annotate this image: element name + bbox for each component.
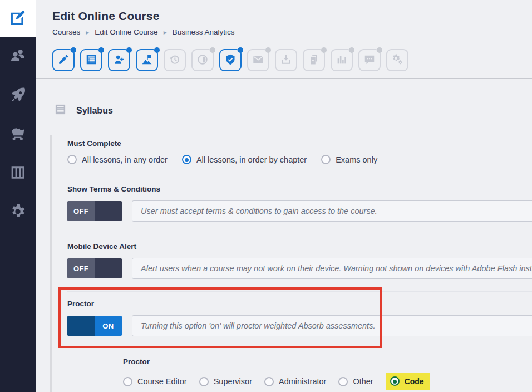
radio-circle[interactable] xyxy=(67,155,77,164)
radio-circle[interactable] xyxy=(264,377,274,386)
syllabus-section-header: Syllabus xyxy=(54,103,532,118)
duplicate-button[interactable] xyxy=(303,49,325,71)
mobile-alert-toggle[interactable]: OFF xyxy=(67,258,122,278)
badge-dot xyxy=(98,47,104,53)
proctor-row: Proctor ON Turning this option 'on' will… xyxy=(67,292,532,349)
badge-dot xyxy=(71,47,76,53)
advanced-settings-button[interactable] xyxy=(386,49,408,71)
flag-mountain-icon xyxy=(141,53,153,67)
must-complete-row: Must Complete All lessons, in any order … xyxy=(67,136,532,177)
reports-chart-button[interactable] xyxy=(331,49,353,71)
radio-circle[interactable] xyxy=(123,377,132,386)
inbox-download-icon xyxy=(280,53,292,67)
radio-exams-only[interactable]: Exams only xyxy=(321,155,377,164)
gears-icon xyxy=(391,53,403,67)
badge-dot xyxy=(154,47,160,53)
radio-circle-selected[interactable] xyxy=(390,376,400,386)
people-icon xyxy=(9,47,27,67)
comments-button[interactable] xyxy=(358,49,381,71)
breadcrumb-edit-online-course[interactable]: Edit Online Course xyxy=(95,28,157,36)
sidebar xyxy=(0,0,36,392)
pencil-icon xyxy=(57,53,70,67)
proctor-type-label: Proctor xyxy=(123,357,532,366)
history-icon xyxy=(169,53,181,67)
radio-all-lessons-by-chapter[interactable]: All lessons, in order by chapter xyxy=(182,155,307,164)
edit-pencil-button[interactable] xyxy=(52,49,75,71)
page-title: Edit Online Course xyxy=(52,9,532,23)
toolbar xyxy=(52,49,532,71)
breadcrumb: Courses ▸ Edit Online Course ▸ Business … xyxy=(52,28,532,36)
sidebar-item-users[interactable] xyxy=(0,37,36,76)
radio-supervisor[interactable]: Supervisor xyxy=(199,377,252,386)
section-title: Syllabus xyxy=(76,106,113,116)
radio-administrator[interactable]: Administrator xyxy=(264,377,326,386)
compose-icon xyxy=(9,9,27,29)
show-terms-toggle[interactable]: OFF xyxy=(67,201,122,221)
radio-code-yellow-highlight[interactable]: Code xyxy=(386,373,430,390)
columns-icon xyxy=(9,164,27,184)
sidebar-item-settings[interactable] xyxy=(0,193,36,232)
sidebar-item-marketing[interactable] xyxy=(0,76,36,115)
mobile-alert-row: Mobile Device Alert OFF Alert users when… xyxy=(67,234,532,292)
radio-circle[interactable] xyxy=(199,377,209,386)
sidebar-item-ecommerce[interactable] xyxy=(0,115,36,154)
enrollment-button[interactable] xyxy=(108,49,130,71)
proctor-toggle[interactable]: ON xyxy=(67,316,122,336)
badge-dot xyxy=(126,47,132,53)
radio-circle[interactable] xyxy=(338,377,348,386)
person-add-icon xyxy=(113,53,125,67)
radio-all-lessons-any-order[interactable]: All lessons, in any order xyxy=(67,155,168,164)
breadcrumb-business-analytics: Business Analytics xyxy=(173,28,235,36)
syllabus-form-icon xyxy=(54,103,67,118)
sidebar-item-courses[interactable] xyxy=(0,0,36,37)
milestones-button[interactable] xyxy=(136,49,158,71)
code-option-label: Code xyxy=(405,377,424,386)
proctor-shield-button[interactable] xyxy=(219,49,242,71)
must-complete-radio-group: All lessons, in any order All lessons, i… xyxy=(67,155,532,164)
import-button[interactable] xyxy=(275,49,297,71)
chat-icon xyxy=(363,53,376,67)
show-terms-row: Show Terms & Conditions OFF User must ac… xyxy=(67,177,532,234)
radio-course-editor[interactable]: Course Editor xyxy=(123,377,187,386)
badge-dot xyxy=(210,47,215,53)
history-button[interactable] xyxy=(164,49,186,71)
cart-icon xyxy=(9,125,27,145)
header-divider xyxy=(66,43,532,43)
show-terms-description: User must accept terms & conditions to g… xyxy=(132,200,532,222)
bar-chart-icon xyxy=(336,53,348,67)
syllabus-form: Must Complete All lessons, in any order … xyxy=(50,135,532,392)
toolbar-divider xyxy=(36,78,532,79)
must-complete-label: Must Complete xyxy=(67,139,532,148)
proctor-label: Proctor xyxy=(67,300,532,308)
show-terms-label: Show Terms & Conditions xyxy=(67,185,532,193)
radio-circle[interactable] xyxy=(321,155,331,164)
gear-icon xyxy=(9,203,27,223)
radio-other[interactable]: Other xyxy=(338,377,373,386)
rocket-icon xyxy=(9,86,27,106)
mobile-alert-description: Alert users when a course may not work o… xyxy=(132,258,532,279)
page-header: Edit Online Course Courses ▸ Edit Online… xyxy=(36,0,532,43)
badge-dot xyxy=(349,47,354,53)
message-button[interactable] xyxy=(247,49,269,71)
breadcrumb-courses[interactable]: Courses xyxy=(52,28,80,36)
proctor-description: Turning this option 'on' will proctor we… xyxy=(132,315,532,336)
chevron-right-icon: ▸ xyxy=(164,28,167,36)
radio-circle-selected[interactable] xyxy=(182,155,191,164)
envelope-icon xyxy=(252,53,264,67)
badge-dot xyxy=(238,47,243,53)
form-icon xyxy=(85,53,97,67)
badge-dot xyxy=(377,47,382,53)
badge-dot xyxy=(321,47,327,53)
sidebar-item-reports[interactable] xyxy=(0,154,36,193)
certificates-button[interactable] xyxy=(191,49,214,71)
copy-up-icon xyxy=(308,53,320,67)
shield-check-icon xyxy=(224,53,237,67)
chevron-right-icon: ▸ xyxy=(86,28,89,36)
badge-dot xyxy=(265,47,271,53)
proctor-type-section: Proctor Course Editor Supervisor Adminis… xyxy=(123,349,532,392)
syllabus-form-button[interactable] xyxy=(80,49,102,71)
proctor-type-radio-group: Course Editor Supervisor Administrator O… xyxy=(123,373,532,390)
main-content: Edit Online Course Courses ▸ Edit Online… xyxy=(36,0,532,392)
mobile-alert-label: Mobile Device Alert xyxy=(67,242,532,251)
contrast-icon xyxy=(196,53,209,67)
